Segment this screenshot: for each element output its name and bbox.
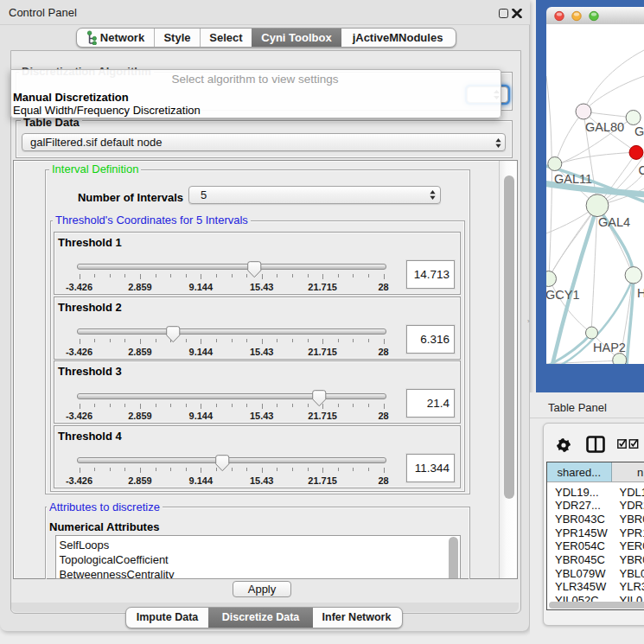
- svg-text:GAL11: GAL11: [554, 172, 592, 186]
- svg-text:GCY1: GCY1: [546, 288, 580, 302]
- svg-text:HAP2: HAP2: [593, 341, 626, 354]
- svg-text:H: H: [637, 286, 644, 300]
- svg-text:C: C: [639, 163, 644, 177]
- svg-text:GAL80: GAL80: [585, 120, 624, 134]
- svg-text:GAL4: GAL4: [598, 215, 630, 229]
- svg-text:GA: GA: [634, 124, 644, 138]
